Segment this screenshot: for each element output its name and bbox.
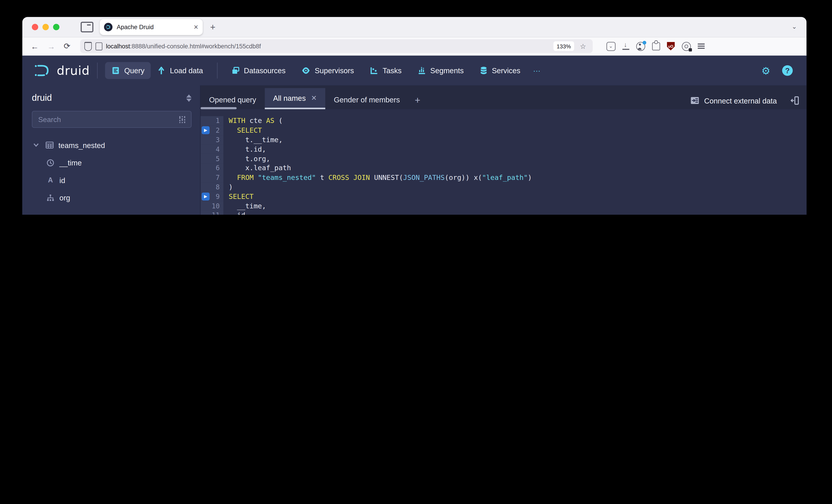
code-line[interactable]: t.org, [224, 155, 806, 162]
code-line[interactable]: x.leaf_path [224, 164, 806, 172]
collapse-panel-button[interactable] [790, 96, 799, 105]
nav-item-datasources[interactable]: Datasources [225, 62, 292, 79]
editor-gutter: ▶2 [201, 126, 224, 135]
ublock-origin-icon[interactable]: uO [667, 42, 675, 50]
tree-column-org[interactable]: org [32, 189, 191, 206]
toolbar-extensions: ⌄ uO [606, 42, 704, 51]
editor-line[interactable]: 7 FROM "teams_nested" t CROSS JOIN UNNES… [201, 173, 806, 182]
tab-close-icon[interactable]: ✕ [193, 24, 199, 30]
settings-gear-icon[interactable]: ⚙ [761, 64, 771, 77]
code-line[interactable]: __time, [224, 202, 806, 210]
bookmark-star-icon[interactable]: ☆ [580, 43, 586, 50]
tree-table-teams-nested[interactable]: teams_nested [32, 136, 191, 154]
browser-window: Apache Druid ✕ + ⌄ ← → ⟳ localhost:8888/… [22, 17, 807, 215]
sort-toggle-icon[interactable] [186, 95, 191, 102]
url-text[interactable]: localhost:8888/unified-console.html#work… [106, 43, 550, 49]
editor-gutter: 6 [201, 163, 224, 173]
editor-line[interactable]: 5 t.org, [201, 154, 806, 163]
new-tab-button[interactable]: + [210, 23, 215, 32]
code-line[interactable]: t.id, [224, 145, 806, 153]
nav-label: Datasources [244, 66, 286, 75]
editor-line[interactable]: 11 id, [201, 211, 806, 215]
line-number: 11 [212, 211, 219, 215]
add-query-tab-button[interactable]: + [408, 95, 426, 106]
divider [217, 62, 217, 78]
editor-line[interactable]: 1WITH cte AS ( [201, 116, 806, 126]
schema-name[interactable]: druid [32, 93, 52, 104]
connect-external-data-label: Connect external data [704, 96, 777, 105]
connect-external-data-button[interactable]: Connect external data [690, 96, 777, 105]
close-tab-icon[interactable]: ✕ [311, 94, 317, 102]
run-statement-button[interactable]: ▶ [202, 192, 210, 201]
query-tab-all-names[interactable]: All names ✕ [264, 88, 325, 109]
code-line[interactable]: SELECT [224, 126, 806, 134]
list-tabs-icon[interactable]: ⌄ [791, 23, 797, 30]
line-number: 9 [216, 192, 220, 200]
back-button[interactable]: ← [31, 42, 38, 51]
code-line[interactable]: ) [224, 183, 806, 191]
tree-column-id[interactable]: A id [32, 171, 191, 189]
editor-line[interactable]: 8) [201, 182, 806, 192]
query-tab-label: Opened query [209, 95, 256, 104]
nav-item-services[interactable]: Services [473, 62, 526, 79]
zoom-window-button[interactable] [53, 24, 59, 30]
editor-line[interactable]: 6 x.leaf_path [201, 163, 806, 173]
extension-icon[interactable] [652, 42, 660, 50]
help-icon[interactable]: ? [782, 65, 792, 76]
browser-tab[interactable]: Apache Druid ✕ [100, 19, 203, 35]
editor-line[interactable]: 3 t.__time, [201, 135, 806, 144]
run-statement-button[interactable]: ▶ [202, 126, 210, 134]
code-line[interactable]: WITH cte AS ( [224, 117, 806, 125]
firefox-sidebar-icon[interactable] [81, 22, 94, 32]
nav-item-tasks[interactable]: Tasks [364, 62, 408, 79]
sql-editor[interactable]: 1WITH cte AS (▶2 SELECT3 t.__time,4 t.id… [201, 109, 806, 215]
line-number: 5 [216, 155, 220, 162]
filter-sliders-icon[interactable] [178, 115, 186, 123]
downloads-icon[interactable] [622, 43, 629, 50]
minimize-window-button[interactable] [43, 24, 49, 30]
line-number: 3 [216, 136, 220, 144]
window-controls [32, 24, 59, 30]
code-line[interactable]: id, [224, 211, 806, 215]
editor-line[interactable]: 4 t.id, [201, 144, 806, 154]
search-input[interactable] [37, 115, 178, 124]
code-line[interactable]: FROM "teams_nested" t CROSS JOIN UNNEST(… [224, 174, 806, 182]
editor-line[interactable]: 10 __time, [201, 201, 806, 211]
menu-icon[interactable] [698, 44, 704, 49]
page-info-icon[interactable] [95, 42, 102, 50]
query-tab-opened-query[interactable]: Opened query [201, 90, 264, 109]
nav-label: Query [124, 66, 144, 75]
chevron-down-icon[interactable] [32, 143, 41, 147]
code-line[interactable]: SELECT [224, 192, 806, 200]
editor-line[interactable]: ▶2 SELECT [201, 126, 806, 135]
close-window-button[interactable] [32, 24, 38, 30]
app-header: druid Query Load data Datasources [22, 56, 807, 85]
nav-item-load-data[interactable]: Load data [151, 62, 209, 79]
forward-button[interactable]: → [47, 42, 55, 51]
onepassword-icon[interactable] [682, 42, 691, 51]
tabstrip-scrollbar[interactable] [201, 107, 237, 109]
query-tab-gender-of-members[interactable]: Gender of members [326, 90, 408, 109]
tree-column-time[interactable]: __time [32, 154, 191, 171]
nav-item-query[interactable]: Query [105, 62, 151, 79]
account-icon[interactable] [636, 42, 645, 51]
nav-more-button[interactable]: ··· [527, 62, 547, 79]
code-line[interactable]: t.__time, [224, 136, 806, 144]
druid-favicon-icon [104, 23, 112, 31]
nav-item-supervisors[interactable]: Supervisors [295, 62, 360, 79]
nav-item-segments[interactable]: Segments [411, 62, 470, 79]
query-tab-label: All names [273, 94, 306, 102]
zoom-level-badge[interactable]: 133% [553, 42, 574, 51]
table-icon [45, 142, 54, 149]
druid-console: druid Query Load data Datasources [22, 56, 807, 215]
reload-button[interactable]: ⟳ [64, 42, 71, 51]
line-number: 6 [216, 164, 220, 172]
line-number: 1 [216, 117, 220, 125]
druid-logo[interactable]: druid [34, 63, 90, 78]
schema-search[interactable] [32, 111, 191, 128]
url-bar[interactable]: localhost:8888/unified-console.html#work… [80, 39, 592, 53]
editor-line[interactable]: ▶9SELECT [201, 192, 806, 201]
tracking-shield-icon[interactable] [84, 42, 92, 51]
pocket-icon[interactable]: ⌄ [606, 42, 616, 51]
collapse-panel-icon [790, 96, 799, 105]
